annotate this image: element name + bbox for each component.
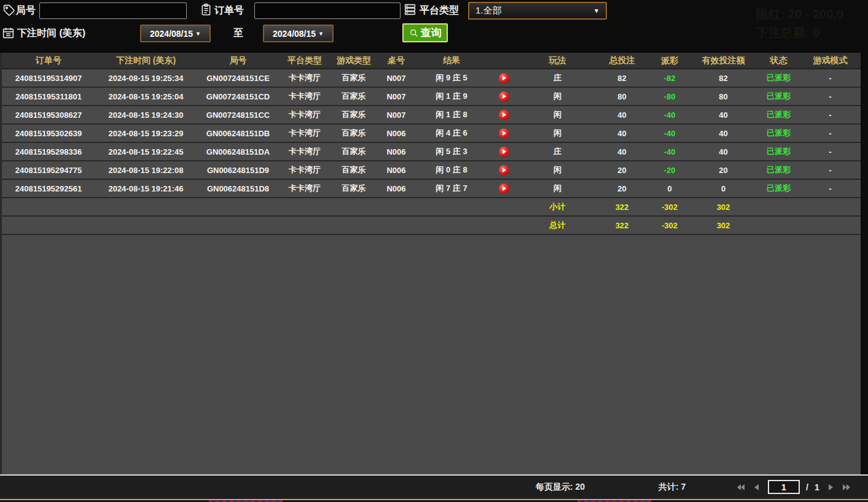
- cell-mode: -: [802, 184, 859, 193]
- play-icon: [502, 75, 506, 80]
- cell-order_no: 240815195314907: [2, 74, 95, 83]
- cell-game_type: 百家乐: [330, 128, 378, 139]
- cell-play: 庄: [519, 72, 596, 83]
- platform-type-value: 1.全部: [475, 5, 502, 17]
- order-no-input[interactable]: [254, 2, 401, 19]
- replay-play-button[interactable]: [499, 183, 509, 194]
- cell-mode: -: [802, 74, 859, 83]
- cell-play_btn: [488, 73, 519, 83]
- play-icon: [502, 149, 506, 154]
- cell-valid_bet: 40: [691, 147, 756, 156]
- cell-result: 闲 7 庄 7: [415, 183, 488, 194]
- cell-result: 闲 1 庄 8: [415, 109, 488, 120]
- calendar-icon: [2, 26, 15, 39]
- summary-row: 总计322-302302: [2, 217, 861, 235]
- cell-payout: -40: [648, 147, 691, 156]
- next-page-icon[interactable]: [826, 482, 835, 492]
- cell-game_type: 百家乐: [330, 109, 378, 120]
- cell-valid_bet: 40: [691, 129, 756, 138]
- cell-status: 已派彩: [756, 109, 802, 120]
- cell-game_no: GN006248151DA: [197, 147, 280, 156]
- cell-play_btn: [488, 147, 519, 157]
- order-history-screen: 限红: 20 - 200,0 下注总额: 0 局号 订单号 平台类型 1.全部 …: [0, 0, 868, 502]
- cell-play: 闲: [519, 91, 596, 102]
- orders-table: 订单号下注时间 (美东)局号平台类型游戏类型桌号结果玩法总投注派彩有效投注额状态…: [0, 53, 861, 474]
- first-page-icon[interactable]: [736, 482, 746, 492]
- cell-total_bet: 80: [596, 92, 648, 101]
- cell-play_btn: [488, 183, 519, 194]
- cell-play: 庄: [519, 146, 596, 157]
- cell-play: 总计: [519, 220, 596, 231]
- replay-play-button[interactable]: [499, 165, 509, 176]
- cell-total_bet: 322: [596, 203, 648, 212]
- replay-play-button[interactable]: [499, 110, 509, 120]
- date-from-picker[interactable]: 2024/08/15 ▼: [140, 25, 211, 42]
- play-icon: [502, 131, 506, 136]
- cell-status: 已派彩: [756, 164, 802, 176]
- cell-mode: -: [802, 129, 859, 138]
- play-icon: [502, 186, 506, 191]
- cell-mode: -: [802, 166, 859, 175]
- column-header: 订单号: [2, 55, 95, 66]
- column-header: 结果: [415, 55, 488, 66]
- replay-play-button[interactable]: [499, 73, 509, 83]
- column-header: 局号: [197, 55, 280, 66]
- cell-valid_bet: 302: [691, 221, 756, 230]
- cell-order_no: 240815195302639: [2, 129, 95, 138]
- prev-page-icon[interactable]: [752, 482, 762, 492]
- play-icon: [502, 112, 506, 117]
- game-no-input[interactable]: [39, 2, 187, 19]
- cell-play: 小计: [519, 201, 596, 212]
- table-body: 2408151953149072024-08-15 19:25:34GN0072…: [2, 69, 861, 235]
- cell-play_btn: [488, 165, 519, 176]
- order-no-label: 订单号: [214, 4, 244, 17]
- cell-table_no: N006: [378, 184, 415, 193]
- cell-mode: -: [802, 92, 859, 101]
- cell-bet_time: 2024-08-15 19:21:46: [95, 184, 197, 193]
- query-button[interactable]: 查询: [402, 23, 448, 42]
- to-label: 至: [233, 27, 243, 40]
- cell-platform: 卡卡湾厅: [280, 183, 330, 194]
- cell-payout: -20: [648, 166, 691, 175]
- cell-play_btn: [488, 91, 519, 102]
- table-row: 2408151952947752024-08-15 19:22:08GN0062…: [2, 161, 861, 180]
- search-icon: [409, 28, 419, 38]
- cell-order_no: 240815195298336: [2, 147, 95, 156]
- column-header: 平台类型: [280, 55, 330, 66]
- column-header: 玩法: [519, 55, 596, 66]
- cell-status: 已派彩: [756, 183, 802, 194]
- cell-table_no: N007: [378, 110, 415, 120]
- cell-order_no: 240815195294775: [2, 166, 95, 175]
- game-no-label: 局号: [16, 4, 36, 17]
- date-to-value: 2024/08/15: [273, 29, 316, 39]
- cell-result: 闲 9 庄 5: [415, 72, 488, 83]
- bet-time-label: 下注时间 (美东): [17, 27, 85, 40]
- cell-valid_bet: 40: [691, 110, 756, 120]
- total-count-label: 共计: 7: [659, 482, 686, 493]
- pagination: 1 / 1: [736, 480, 851, 494]
- cell-game_no: GN006248151D8: [197, 184, 280, 193]
- cell-valid_bet: 0: [691, 184, 756, 193]
- play-icon: [502, 94, 506, 99]
- cell-table_no: N006: [378, 129, 415, 138]
- tag-icon: [2, 4, 15, 17]
- cell-play: 闲: [519, 109, 596, 120]
- replay-play-button[interactable]: [499, 91, 509, 102]
- date-to-picker[interactable]: 2024/08/15 ▼: [263, 25, 334, 42]
- cell-platform: 卡卡湾厅: [280, 72, 330, 83]
- cell-status: 已派彩: [756, 72, 802, 83]
- cell-valid_bet: 82: [691, 74, 756, 83]
- last-page-icon[interactable]: [842, 482, 851, 492]
- footer-bar: 每页显示: 20 共计: 7 1 / 1: [0, 474, 868, 499]
- page-number-input[interactable]: 1: [768, 480, 800, 494]
- cell-status: 已派彩: [756, 146, 802, 157]
- replay-play-button[interactable]: [499, 147, 509, 157]
- table-row: 2408151953086272024-08-15 19:24:30GN0072…: [2, 106, 861, 125]
- cell-payout: -40: [648, 110, 691, 120]
- replay-play-button[interactable]: [499, 128, 509, 139]
- cell-play: 闲: [519, 183, 596, 194]
- platform-type-dropdown[interactable]: 1.全部 ▼: [468, 2, 607, 20]
- bottom-edge-strip: [0, 499, 868, 502]
- cell-platform: 卡卡湾厅: [280, 91, 330, 102]
- column-header: 状态: [756, 55, 802, 66]
